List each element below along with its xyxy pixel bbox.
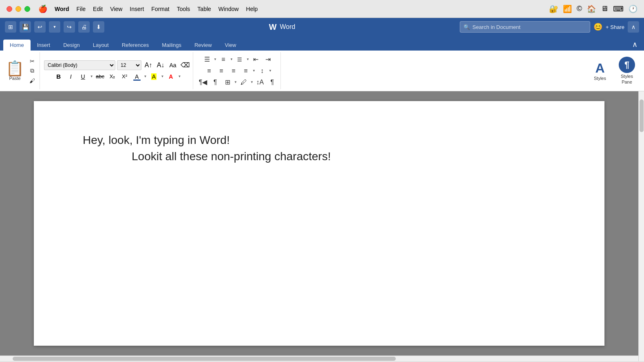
rtl-button[interactable]: ¶◀ [197,77,209,88]
font-color-dropdown[interactable]: ▼ [144,75,147,78]
copy-button[interactable]: ⧉ [27,66,37,75]
menu-tools[interactable]: Tools [177,6,190,12]
document-line-2: Lookit all these non-printing characters… [132,150,556,163]
superscript-button[interactable]: X² [119,72,130,82]
underline-button[interactable]: U [78,72,88,82]
justify-button[interactable]: ≡ [240,66,251,76]
font-name-select[interactable]: Calibri (Body) [44,60,115,70]
tab-layout[interactable]: Layout [86,40,115,51]
multilevel-list-button[interactable]: ≣ [234,54,245,65]
display-icon: 🖥 [601,4,608,13]
tab-view[interactable]: View [218,40,243,51]
sidebar-toggle-button[interactable]: ⊞ [5,21,16,33]
italic-button[interactable]: I [66,72,76,82]
decrease-indent-button[interactable]: ⇤ [250,54,262,65]
borders-dropdown[interactable]: ▼ [234,80,237,84]
vertical-scrollbar-thumb[interactable] [640,99,644,132]
menu-table[interactable]: Table [197,6,211,12]
mac-status-icons: 🔐 📶 © 🏠 🖥 ⌨ 🕐 [549,4,637,13]
search-placeholder: Search in Document [472,24,520,30]
menu-window[interactable]: Window [218,6,239,12]
align-left-button[interactable]: ≡ [203,66,215,76]
align-center-button[interactable]: ≡ [216,66,227,76]
tab-references[interactable]: References [115,40,155,51]
share-button[interactable]: + Share [606,24,624,30]
bold-button[interactable]: B [53,72,64,82]
increase-indent-button[interactable]: ⇥ [262,54,274,65]
align-right-button[interactable]: ≡ [228,66,239,76]
close-button[interactable] [7,6,12,12]
horizontal-scrollbar[interactable] [0,355,638,361]
highlight-color-dropdown[interactable]: ▼ [161,75,164,78]
tab-insert[interactable]: Insert [31,40,57,51]
collapse-ribbon-button[interactable]: ∧ [628,21,639,33]
apple-icon[interactable]: 🍎 [38,4,47,13]
multilevel-list-dropdown[interactable]: ▼ [246,57,249,61]
font-color-picker[interactable]: A [132,72,142,82]
print-button[interactable]: 🖨 [78,21,90,33]
font-style-row: B I U ▼ abc X₂ X² A ▼ A ▼ A ▼ [53,72,181,82]
styles-pane-text-line2: Pane [622,79,632,84]
numbered-list-dropdown[interactable]: ▼ [230,57,233,61]
align-row: ≡ ≡ ≡ ≡ ▼ ↕ ▼ [203,66,272,76]
repeat-button[interactable]: ↪ [64,21,75,33]
sort-button[interactable]: ↕A [254,77,266,88]
undo-dropdown-button[interactable]: ▼ [49,21,60,33]
tab-mailings[interactable]: Mailings [155,40,188,51]
search-box[interactable]: 🔍 Search in Document [460,21,590,33]
menu-help[interactable]: Help [246,6,258,12]
account-emoji[interactable]: 😊 [593,22,602,31]
bullet-list-button[interactable]: ☰ [201,54,213,65]
styles-pane-button[interactable]: ¶ Styles Pane [615,55,638,86]
document-page[interactable]: Hey, look, I'm typing in Word! Lookit al… [34,101,604,346]
paste-icon: 📋 [6,61,24,76]
show-marks-button[interactable]: ¶ [210,77,221,88]
change-case-button[interactable]: Aa [168,60,178,70]
align-dropdown[interactable]: ▼ [252,69,256,73]
menu-app-name[interactable]: Word [55,6,69,12]
increase-font-button[interactable]: A↑ [143,60,154,70]
styles-button[interactable]: A Styles [588,59,612,82]
subscript-button[interactable]: X₂ [107,72,118,82]
menu-format[interactable]: Format [151,6,169,12]
horizontal-scrollbar-thumb[interactable] [13,357,396,361]
text-color-dropdown[interactable]: ▼ [178,75,181,78]
shading-dropdown[interactable]: ▼ [250,80,254,84]
vertical-scrollbar[interactable] [638,91,644,361]
eraser-icon: ⌫ [181,61,190,69]
format-painter-button[interactable]: 🖌 [27,76,37,85]
text-color-button[interactable]: A [165,72,176,82]
cut-button[interactable]: ✂ [27,57,37,66]
strikethrough-button[interactable]: abc [95,72,106,82]
decrease-font-button[interactable]: A↓ [155,60,166,70]
menu-insert[interactable]: Insert [130,6,144,12]
highlight-color-picker[interactable]: A [149,72,159,82]
tab-design[interactable]: Design [57,40,86,51]
font-name-row: Calibri (Body) 12 A↑ A↓ Aa ⌫ [44,60,190,70]
menu-items: 🍎 Word File Edit View Insert Format Tool… [38,4,541,13]
borders-button[interactable]: ⊞ [222,77,233,88]
menu-edit[interactable]: Edit [93,6,103,12]
shading-button[interactable]: 🖊 [238,77,249,88]
clear-formatting-button[interactable]: ⌫ [180,60,190,70]
font-size-select[interactable]: 12 [117,60,141,70]
c-icon: © [577,4,582,13]
undo-button[interactable]: ↩ [34,21,46,33]
highlight-icon: A [151,73,157,80]
line-spacing-button[interactable]: ↕ [256,66,268,76]
menu-file[interactable]: File [77,6,86,12]
tab-home[interactable]: Home [3,40,31,51]
menu-view[interactable]: View [110,6,122,12]
customize-button[interactable]: ⬇ [93,21,104,33]
minimize-button[interactable] [15,6,21,12]
maximize-button[interactable] [24,6,30,12]
save-button[interactable]: 💾 [20,21,31,33]
underline-dropdown[interactable]: ▼ [90,75,93,78]
tab-review[interactable]: Review [188,40,218,51]
bullet-list-dropdown[interactable]: ▼ [214,57,217,61]
paste-button[interactable]: 📋 Paste [6,61,24,81]
line-spacing-dropdown[interactable]: ▼ [269,69,272,73]
show-pilcrow-button[interactable]: ¶ [267,77,278,88]
collapse-ribbon-icon[interactable]: ∧ [629,38,641,51]
numbered-list-button[interactable]: ≡ [218,54,229,65]
